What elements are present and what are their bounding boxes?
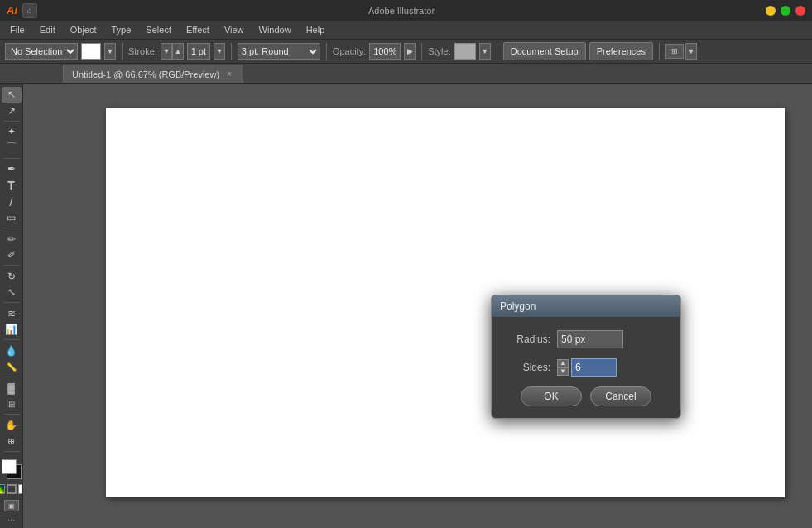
menu-select[interactable]: Select: [139, 23, 178, 36]
tool-paintbrush[interactable]: ✏: [2, 231, 22, 247]
app-logo: Ai: [7, 4, 17, 17]
tool-rotate[interactable]: ↻: [2, 268, 22, 284]
menu-edit[interactable]: Edit: [33, 23, 62, 36]
tool-pencil[interactable]: ✐: [2, 247, 22, 263]
tool-measure[interactable]: 📏: [2, 359, 22, 375]
sides-input[interactable]: [571, 358, 617, 377]
menu-object[interactable]: Object: [64, 23, 103, 36]
app-title: Adobe Illustrator: [368, 6, 435, 16]
menu-type[interactable]: Type: [105, 23, 138, 36]
gradient-icon: ▓: [7, 382, 15, 394]
style-label: Style:: [428, 46, 451, 56]
radius-input[interactable]: [557, 330, 623, 348]
menu-view[interactable]: View: [218, 23, 251, 36]
artboard: [106, 108, 785, 497]
tool-separator-1: [3, 121, 20, 122]
menu-file[interactable]: File: [3, 23, 31, 36]
tool-selection[interactable]: ↖: [2, 87, 22, 103]
tool-magic-wand[interactable]: ✦: [2, 124, 22, 140]
tool-hand[interactable]: ✋: [2, 417, 22, 433]
bottom-separator: [3, 497, 20, 497]
rotate-icon: ↻: [7, 271, 16, 282]
color-separator: [3, 451, 20, 452]
color-mode-icon[interactable]: [0, 484, 5, 494]
document-tabs: Untitled-1 @ 66.67% (RGB/Preview) ×: [0, 64, 812, 84]
doc-tab-title: Untitled-1 @ 66.67% (RGB/Preview): [72, 70, 219, 79]
toolbar: No Selection ▼ Stroke: ▼ ▲ ▼ 3 pt. Round…: [0, 39, 812, 64]
divider2: [231, 43, 232, 60]
selection-dropdown[interactable]: No Selection: [5, 43, 78, 60]
stroke-up[interactable]: ▲: [172, 43, 184, 60]
preferences-button[interactable]: Preferences: [589, 42, 653, 60]
menu-effect[interactable]: Effect: [180, 23, 216, 36]
tool-separator-7: [3, 377, 20, 377]
stroke-style-select[interactable]: 3 pt. Round: [238, 43, 320, 60]
menu-window[interactable]: Window: [252, 23, 298, 36]
minimize-btn[interactable]: [766, 6, 776, 16]
tool-blend[interactable]: ≋: [2, 305, 22, 321]
doc-tab-close-icon[interactable]: ×: [224, 70, 234, 79]
document-tab[interactable]: Untitled-1 @ 66.67% (RGB/Preview) ×: [63, 65, 243, 83]
tool-chart[interactable]: 📊: [2, 322, 22, 338]
screen-mode-btn[interactable]: ▣: [4, 500, 19, 511]
tool-rectangle[interactable]: ▭: [2, 210, 22, 226]
sides-up-btn[interactable]: ▲: [557, 359, 569, 367]
maximize-btn[interactable]: [781, 6, 790, 16]
blend-icon: ≋: [7, 308, 16, 319]
opacity-label: Opacity:: [333, 46, 366, 56]
tool-pen[interactable]: ✒: [2, 161, 22, 177]
style-swatch[interactable]: [454, 43, 476, 60]
rectangle-icon: ▭: [7, 212, 16, 223]
tool-scale[interactable]: ⤡: [2, 285, 22, 300]
home-icon[interactable]: ⌂: [22, 3, 37, 18]
tool-separator-8: [3, 414, 20, 415]
dialog-body: Radius: Sides: ▲ ▼ OK Cancel: [492, 317, 680, 418]
tool-type[interactable]: T: [2, 178, 22, 194]
pen-icon: ✒: [7, 163, 16, 175]
hand-icon: ✋: [5, 420, 17, 431]
tool-gradient[interactable]: ▓: [2, 380, 22, 396]
stroke-input[interactable]: [187, 43, 210, 60]
workspace-icon[interactable]: ⊞: [665, 44, 684, 59]
eyedropper-icon: 💧: [5, 345, 17, 357]
direct-selection-icon: ↗: [7, 105, 16, 117]
divider1: [122, 43, 123, 60]
tool-zoom[interactable]: ⊕: [2, 434, 22, 449]
selection-icon: ↖: [7, 89, 16, 100]
dialog-title: Polygon: [500, 300, 536, 312]
divider5: [497, 43, 497, 60]
type-icon: T: [7, 179, 15, 192]
divider6: [659, 43, 660, 60]
opacity-arrow[interactable]: ▶: [404, 43, 416, 60]
stroke-unit-arrow[interactable]: ▼: [214, 43, 225, 60]
color-swatches[interactable]: [0, 458, 23, 481]
style-arrow[interactable]: ▼: [479, 43, 491, 60]
none-swatch[interactable]: [7, 484, 17, 494]
cancel-button[interactable]: Cancel: [590, 386, 651, 406]
tool-eyedropper[interactable]: 💧: [2, 343, 22, 358]
fill-swatch[interactable]: [81, 43, 101, 60]
tool-direct-selection[interactable]: ↗: [2, 103, 22, 119]
tool-line[interactable]: /: [2, 194, 22, 209]
slice-icon: ⊞: [8, 400, 15, 409]
sides-down-btn[interactable]: ▼: [557, 367, 569, 376]
dialog-titlebar: Polygon: [492, 295, 680, 317]
foreground-color-swatch[interactable]: [2, 459, 17, 474]
tool-lasso[interactable]: ⌒: [2, 141, 22, 156]
more-tools-btn[interactable]: ···: [7, 516, 14, 525]
stroke-down[interactable]: ▼: [161, 43, 172, 60]
fill-arrow[interactable]: ▼: [104, 43, 116, 60]
doc-setup-button[interactable]: Document Setup: [503, 42, 586, 60]
sides-spinner: ▲ ▼: [557, 359, 569, 376]
close-btn[interactable]: [795, 6, 805, 16]
polygon-dialog: Polygon Radius: Sides: ▲ ▼ OK Can: [491, 295, 681, 419]
radius-label: Radius:: [505, 334, 550, 345]
workspace-arrow[interactable]: ▼: [685, 43, 697, 60]
ok-button[interactable]: OK: [521, 386, 582, 406]
stroke-label: Stroke:: [128, 46, 157, 56]
measure-icon: 📏: [7, 362, 17, 372]
divider3: [326, 43, 327, 60]
tool-slice[interactable]: ⊞: [2, 396, 22, 412]
menu-help[interactable]: Help: [300, 23, 332, 36]
opacity-input[interactable]: [369, 43, 401, 60]
